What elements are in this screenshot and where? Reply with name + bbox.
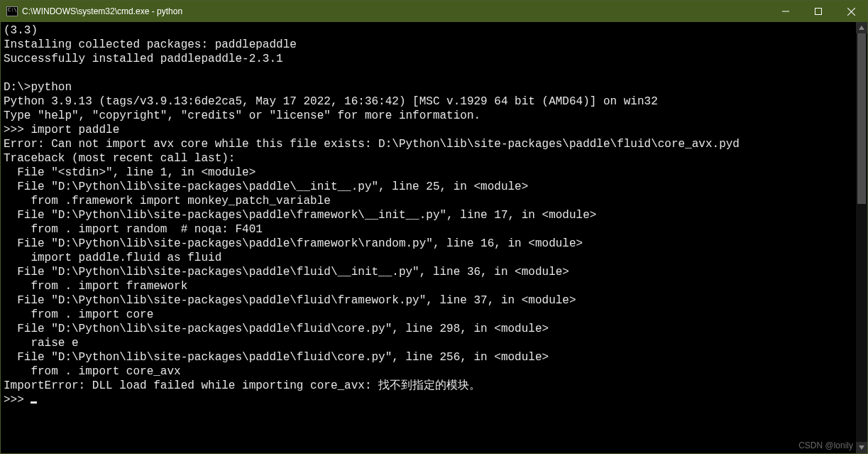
cursor <box>31 401 37 404</box>
close-icon <box>847 8 855 16</box>
window-title: C:\WINDOWS\system32\cmd.exe - python <box>22 6 182 16</box>
vertical-scrollbar[interactable] <box>856 22 867 453</box>
chevron-up-icon <box>859 25 864 31</box>
minimize-icon <box>782 8 789 15</box>
terminal-output[interactable]: (3.3) Installing collected packages: pad… <box>1 22 856 453</box>
chevron-down-icon <box>859 445 864 450</box>
maximize-button[interactable] <box>802 1 835 22</box>
close-button[interactable] <box>835 1 867 22</box>
scrollbar-thumb[interactable] <box>857 33 866 204</box>
titlebar[interactable]: C:\WINDOWS\system32\cmd.exe - python <box>1 1 867 22</box>
watermark-text: CSDN @lonily <box>798 441 853 450</box>
scroll-down-button[interactable] <box>856 442 867 453</box>
cmd-icon <box>6 6 18 16</box>
minimize-button[interactable] <box>769 1 802 22</box>
cmd-window: C:\WINDOWS\system32\cmd.exe - python (3.… <box>0 0 868 454</box>
svg-rect-1 <box>815 9 822 15</box>
svg-marker-5 <box>859 445 864 450</box>
svg-marker-4 <box>859 26 864 30</box>
scrollbar-track[interactable] <box>856 33 867 442</box>
client-area: (3.3) Installing collected packages: pad… <box>1 22 867 453</box>
scroll-up-button[interactable] <box>856 22 867 33</box>
maximize-icon <box>815 8 822 15</box>
